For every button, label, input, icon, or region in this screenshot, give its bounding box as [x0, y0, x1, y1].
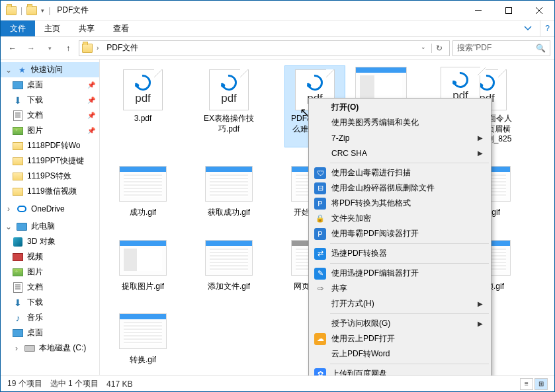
- sidebar-item-desktop[interactable]: 桌面📌: [1, 77, 99, 93]
- sidebar-item-folder[interactable]: 1119PS特效: [1, 169, 99, 184]
- crumb-sep-icon[interactable]: ›: [97, 44, 99, 52]
- sidebar-quick-access[interactable]: ⌄★快速访问: [1, 62, 99, 77]
- menu-meitu[interactable]: 使用美图秀秀编辑和美化: [310, 115, 490, 130]
- sidebar-label: 图片: [27, 125, 43, 136]
- tab-view[interactable]: 查看: [104, 20, 138, 36]
- share-icon: ⇨: [314, 283, 326, 295]
- folder-icon: [26, 6, 37, 15]
- menu-cloud-word[interactable]: 云上PDF转Word: [310, 346, 490, 362]
- sidebar-item-drive-c[interactable]: ›本地磁盘 (C:): [1, 340, 99, 356]
- refresh-button[interactable]: ↻: [431, 44, 447, 53]
- sidebar-item-folder[interactable]: 1118PDF转Wo: [1, 138, 99, 153]
- sidebar-label: 3D 对象: [27, 236, 56, 247]
- search-input[interactable]: 搜索"PDF 🔍: [452, 40, 550, 56]
- menu-reader[interactable]: P使用毒霸PDF阅读器打开: [310, 226, 490, 241]
- menu-separator: [330, 243, 489, 244]
- close-button[interactable]: [524, 1, 554, 20]
- menu-7zip[interactable]: 7-Zip▶: [310, 130, 490, 145]
- file-label: 3.pdf: [134, 114, 152, 124]
- edge-icon: [218, 71, 240, 94]
- sidebar-item-desktop[interactable]: 桌面: [1, 325, 99, 340]
- file-item-gif[interactable]: 提取图片.gif: [113, 234, 173, 295]
- back-button[interactable]: ←: [5, 40, 21, 56]
- file-item-pdf[interactable]: pdf3.pdf: [113, 66, 173, 147]
- menu-shred[interactable]: ⊟使用金山粉碎器彻底删除文件: [310, 180, 490, 196]
- sidebar-item-folder[interactable]: 1119微信视频: [1, 184, 99, 199]
- file-item-gif[interactable]: 转换.gif: [113, 307, 173, 368]
- sidebar-onedrive[interactable]: ›OneDrive: [1, 202, 99, 216]
- recent-dropdown-icon[interactable]: ▾: [42, 40, 58, 56]
- forward-button[interactable]: →: [23, 40, 39, 56]
- qat-sep: |: [21, 6, 22, 15]
- sidebar-label: 文档: [27, 282, 43, 293]
- view-details-button[interactable]: ≡: [520, 378, 533, 390]
- context-menu: 打开(O) 使用美图秀秀编辑和美化 7-Zip▶ CRC SHA▶ 🛡使用金山毒…: [308, 98, 491, 383]
- sidebar-item-pictures[interactable]: 图片📌: [1, 123, 99, 138]
- sidebar-label: 1119PS特效: [27, 171, 71, 182]
- cloud-icon: ☁: [314, 333, 326, 345]
- sidebar-item-documents[interactable]: 文档📌: [1, 108, 99, 123]
- menu-scan[interactable]: 🛡使用金山毒霸进行扫描: [310, 165, 490, 180]
- search-icon[interactable]: 🔍: [536, 44, 546, 53]
- breadcrumb[interactable]: PDF文件: [103, 41, 142, 55]
- sidebar-label: 下载: [27, 95, 43, 106]
- menu-access[interactable]: 授予访问权限(G)▶: [310, 316, 490, 331]
- menu-label: 文件夹加密: [331, 213, 371, 224]
- file-item-gif[interactable]: 成功.gif: [113, 160, 173, 221]
- up-button[interactable]: ↑: [60, 40, 76, 56]
- address-dropdown-icon[interactable]: ⌄: [417, 44, 430, 53]
- edge-icon: [304, 71, 326, 94]
- edge-icon: [132, 71, 154, 94]
- file-item-gif[interactable]: 获取成功.gif: [199, 160, 259, 221]
- menu-convert[interactable]: P将PDF转换为其他格式: [310, 196, 490, 211]
- sidebar-item-downloads[interactable]: ⬇下载📌: [1, 93, 99, 108]
- edit-icon: ✎: [314, 268, 326, 280]
- sidebar-item-downloads[interactable]: ⬇下载: [1, 295, 99, 310]
- addressbar: ← → ▾ ↑ › PDF文件 ⌄ ↻ 搜索"PDF 🔍: [1, 37, 554, 59]
- tab-file[interactable]: 文件: [1, 20, 35, 36]
- menu-xjedit[interactable]: ✎使用迅捷PDF编辑器打开: [310, 266, 490, 281]
- sidebar-label: OneDrive: [31, 204, 65, 214]
- file-label: 提取图片.gif: [122, 282, 164, 292]
- file-item-pdf[interactable]: pdfEX表格操作技巧.pdf: [199, 66, 259, 147]
- sidebar-item-videos[interactable]: 视频: [1, 249, 99, 264]
- sidebar-this-pc[interactable]: ⌄此电脑: [1, 219, 99, 234]
- sidebar-item-folder[interactable]: 1119PPT快捷键: [1, 153, 99, 169]
- tab-share[interactable]: 共享: [69, 20, 104, 36]
- view-icons-button[interactable]: ⊞: [534, 378, 548, 390]
- menu-label: 使用金山毒霸进行扫描: [331, 167, 411, 178]
- qat-sep: |: [48, 6, 50, 15]
- menu-crc[interactable]: CRC SHA▶: [310, 145, 490, 161]
- address-box[interactable]: › PDF文件 ⌄ ↻: [79, 40, 450, 56]
- sidebar-item-pictures[interactable]: 图片: [1, 264, 99, 280]
- sidebar-item-3d[interactable]: 3D 对象: [1, 234, 99, 249]
- folder-icon: [6, 6, 17, 15]
- menu-cloud[interactable]: ☁使用云上PDF打开: [310, 331, 490, 346]
- sidebar-item-music[interactable]: ♪音乐: [1, 310, 99, 325]
- menu-encrypt[interactable]: 🔒文件夹加密: [310, 211, 490, 226]
- maximize-button[interactable]: [493, 1, 524, 20]
- menu-xunjie[interactable]: ⇄迅捷PDF转换器: [310, 246, 490, 261]
- pin-icon: 📌: [87, 127, 95, 134]
- ribbon-tabs: 文件 主页 共享 查看 ?: [1, 20, 554, 37]
- qat-dropdown-icon[interactable]: ▾: [41, 7, 44, 14]
- help-button[interactable]: ?: [540, 20, 554, 36]
- status-selected: 选中 1 个项目: [50, 378, 99, 389]
- menu-share[interactable]: ⇨共享: [310, 281, 490, 296]
- menu-label: 使用云上PDF打开: [331, 333, 395, 344]
- ribbon-toggle[interactable]: [516, 20, 540, 36]
- sidebar-label: 视频: [27, 251, 43, 262]
- window-controls: [463, 1, 554, 20]
- file-label: 转换.gif: [130, 355, 156, 366]
- menu-open[interactable]: 打开(O): [310, 100, 490, 115]
- submenu-arrow-icon: ▶: [478, 149, 483, 157]
- tab-home[interactable]: 主页: [35, 20, 69, 36]
- menu-open-with[interactable]: 打开方式(H)▶: [310, 296, 490, 311]
- file-item-gif[interactable]: 添加文件.gif: [199, 234, 259, 295]
- lock-icon: 🔒: [314, 213, 326, 225]
- sidebar-label: 1118PDF转Wo: [27, 140, 80, 151]
- sidebar-item-documents[interactable]: 文档: [1, 280, 99, 295]
- menu-label: 迅捷PDF转换器: [331, 248, 387, 259]
- file-label: 获取成功.gif: [208, 208, 250, 218]
- minimize-button[interactable]: [463, 1, 493, 20]
